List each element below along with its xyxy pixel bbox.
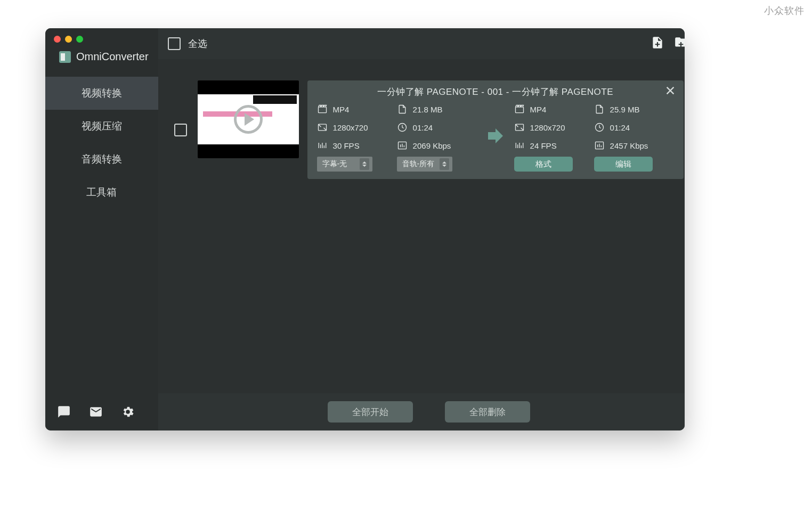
- mail-icon[interactable]: [89, 405, 103, 419]
- feedback-icon[interactable]: [57, 405, 71, 419]
- delete-all-button[interactable]: 全部删除: [445, 401, 530, 423]
- app-title: OmniConverter: [76, 51, 149, 63]
- watermark-text: 小众软件: [764, 4, 805, 17]
- subtitle-select[interactable]: 字幕-无: [317, 157, 372, 172]
- bitrate-icon: [594, 140, 605, 151]
- resolution-icon: [317, 122, 328, 133]
- edit-button[interactable]: 编辑: [594, 157, 653, 172]
- target-resolution: 1280x720: [530, 123, 565, 132]
- format-button-label: 格式: [535, 159, 551, 169]
- topbar: 全选: [158, 28, 685, 59]
- sidebar-item-label: 视频压缩: [82, 119, 122, 133]
- target-format: MP4: [530, 105, 547, 114]
- clock-icon: [594, 122, 605, 133]
- target-size: 25.9 MB: [610, 105, 640, 114]
- sidebar-item-video-compress[interactable]: 视频压缩: [45, 110, 158, 143]
- delete-all-label: 全部删除: [469, 406, 506, 418]
- play-icon: [234, 105, 263, 134]
- sidebar-item-toolbox[interactable]: 工具箱: [45, 176, 158, 209]
- source-bitrate: 2069 Kbps: [413, 141, 451, 150]
- app-window: OmniConverter 视频转换 视频压缩 音频转换 工具箱 全选: [45, 28, 685, 430]
- source-fps: 30 FPS: [333, 141, 360, 150]
- edit-button-label: 编辑: [615, 159, 631, 169]
- add-folder-icon[interactable]: [674, 36, 685, 52]
- clapper-icon: [514, 104, 525, 115]
- settings-icon[interactable]: [121, 405, 135, 419]
- sidebar: OmniConverter 视频转换 视频压缩 音频转换 工具箱: [45, 28, 158, 430]
- footer: 全部开始 全部删除: [158, 393, 685, 430]
- arrow-right-icon: [484, 125, 507, 149]
- sidebar-item-video-convert[interactable]: 视频转换: [45, 77, 158, 110]
- svg-rect-0: [318, 107, 326, 113]
- select-all-label: 全选: [188, 37, 207, 50]
- item-title: 一分钟了解 PAGENOTE - 001 - 一分钟了解 PAGENOTE: [317, 86, 674, 98]
- remove-item-button[interactable]: [664, 85, 676, 99]
- audio-select-label: 音轨-所有: [402, 159, 435, 169]
- source-duration: 01:24: [413, 123, 433, 132]
- main-area: 全选: [158, 28, 685, 430]
- fps-icon: [514, 140, 525, 151]
- sidebar-item-label: 音频转换: [82, 152, 122, 166]
- target-duration: 01:24: [610, 123, 630, 132]
- clock-icon: [397, 122, 408, 133]
- clapper-icon: [317, 104, 328, 115]
- item-checkbox[interactable]: [174, 124, 187, 136]
- subtitle-select-label: 字幕-无: [322, 159, 347, 169]
- audio-track-select[interactable]: 音轨-所有: [397, 157, 452, 172]
- item-details-card: 一分钟了解 PAGENOTE - 001 - 一分钟了解 PAGENOTE MP…: [307, 80, 684, 179]
- target-fps: 24 FPS: [530, 141, 557, 150]
- item-list: 一分钟了解 PAGENOTE - 001 - 一分钟了解 PAGENOTE MP…: [158, 59, 685, 393]
- source-format: MP4: [333, 105, 350, 114]
- close-window-button[interactable]: [54, 36, 61, 43]
- brand: OmniConverter: [45, 51, 158, 77]
- source-size: 21.8 MB: [413, 105, 443, 114]
- source-resolution: 1280x720: [333, 123, 368, 132]
- sidebar-item-label: 工具箱: [86, 185, 117, 199]
- maximize-window-button[interactable]: [76, 36, 83, 43]
- start-all-label: 全部开始: [352, 406, 388, 418]
- file-icon: [594, 104, 605, 115]
- add-file-icon[interactable]: [651, 36, 664, 52]
- format-button[interactable]: 格式: [514, 157, 573, 172]
- fps-icon: [317, 140, 328, 151]
- sidebar-item-label: 视频转换: [82, 86, 122, 100]
- target-bitrate: 2457 Kbps: [610, 141, 648, 150]
- select-all-checkbox[interactable]: [168, 37, 181, 50]
- file-icon: [397, 104, 408, 115]
- start-all-button[interactable]: 全部开始: [328, 401, 413, 423]
- svg-rect-4: [515, 107, 523, 113]
- list-item: 一分钟了解 PAGENOTE - 001 - 一分钟了解 PAGENOTE MP…: [174, 80, 684, 179]
- video-thumbnail[interactable]: [198, 80, 299, 158]
- bitrate-icon: [397, 140, 408, 151]
- app-logo-icon: [59, 51, 71, 63]
- window-traffic-lights: [54, 36, 83, 43]
- sidebar-item-audio-convert[interactable]: 音频转换: [45, 143, 158, 176]
- resolution-icon: [514, 122, 525, 133]
- minimize-window-button[interactable]: [65, 36, 72, 43]
